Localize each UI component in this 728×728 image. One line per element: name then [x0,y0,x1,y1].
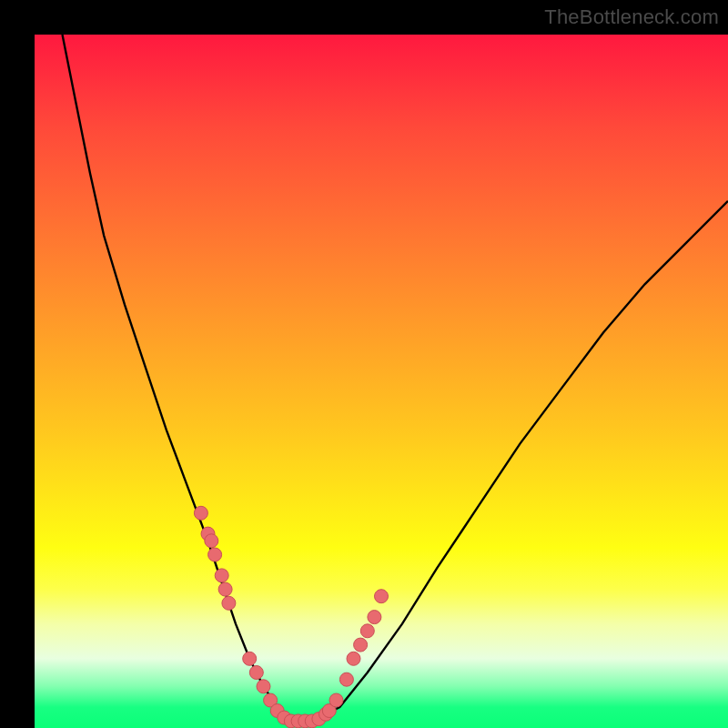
highlight-dot [354,638,368,652]
highlight-dot [215,569,228,582]
highlighted-dots-group [194,506,388,728]
highlight-dot [243,652,257,665]
highlight-dot [194,506,207,520]
highlight-dot [375,590,389,603]
highlight-dot [360,624,374,638]
highlight-dot [368,611,381,624]
highlight-dot [339,672,353,686]
chart-svg [35,35,728,728]
highlight-dot [222,596,236,610]
highlight-dot [329,693,343,707]
highlight-dot [257,680,270,693]
highlight-dot [249,666,263,680]
bottleneck-curve [63,35,729,721]
highlight-dot [347,652,360,665]
watermark-text: TheBottleneck.com [544,5,719,29]
highlight-dot [205,534,218,548]
highlight-dot [218,582,232,596]
highlight-dot [208,548,222,561]
